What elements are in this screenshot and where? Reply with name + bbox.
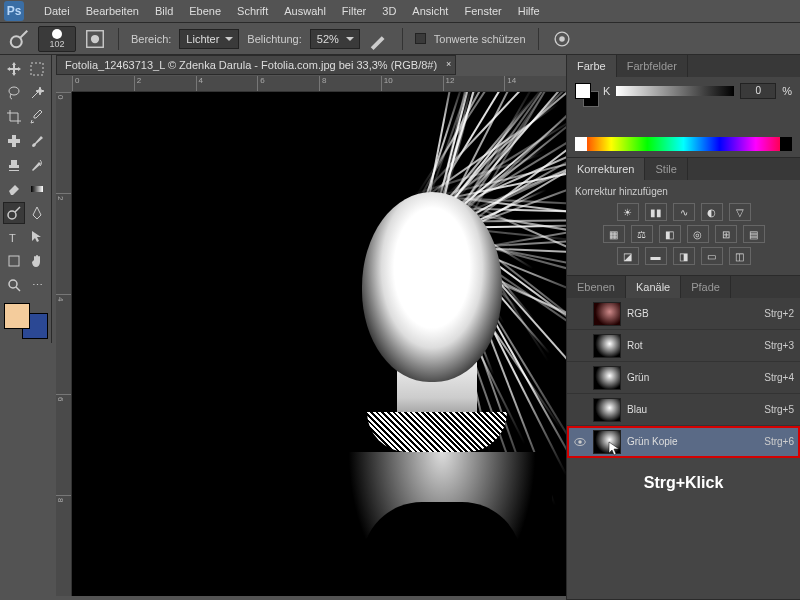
lasso-tool[interactable] [3, 82, 25, 104]
crop-tool[interactable] [3, 106, 25, 128]
brush-preset-picker[interactable]: 102 [38, 26, 76, 52]
marquee-tool[interactable] [27, 58, 49, 80]
range-select[interactable]: Lichter [179, 29, 239, 49]
visibility-icon[interactable] [573, 403, 587, 417]
svg-point-11 [8, 211, 16, 219]
channel-row[interactable]: RGBStrg+2 [567, 298, 800, 330]
channel-name: Grün [627, 372, 758, 383]
zoom-tool[interactable] [3, 274, 25, 296]
move-tool[interactable] [3, 58, 25, 80]
invert-icon[interactable]: ◪ [617, 247, 639, 265]
menu-item[interactable]: Fenster [456, 5, 509, 17]
posterize-icon[interactable]: ▬ [645, 247, 667, 265]
shape-tool[interactable] [3, 250, 25, 272]
channel-row[interactable]: RotStrg+3 [567, 330, 800, 362]
tablet-pressure-icon[interactable] [551, 28, 573, 50]
color-swatches[interactable] [2, 301, 50, 341]
edit-toolbar[interactable]: ⋯ [27, 274, 49, 296]
tab-korrekturen[interactable]: Korrekturen [567, 158, 645, 180]
history-brush-tool[interactable] [27, 154, 49, 176]
range-label: Bereich: [131, 33, 171, 45]
k-label: K [603, 85, 610, 97]
tab-stile[interactable]: Stile [645, 158, 687, 180]
channel-name: Grün Kopie [627, 436, 758, 447]
menu-item[interactable]: Ansicht [404, 5, 456, 17]
hand-tool[interactable] [27, 250, 49, 272]
pen-tool[interactable] [27, 202, 48, 224]
menu-item[interactable]: Auswahl [276, 5, 334, 17]
menu-item[interactable]: Ebene [181, 5, 229, 17]
menu-item[interactable]: Datei [36, 5, 78, 17]
visibility-icon[interactable] [573, 371, 587, 385]
channel-row[interactable]: Grün KopieStrg+6 [567, 426, 800, 458]
adjustments-panel: Korrekturen Stile Korrektur hinzufügen ☀… [567, 158, 800, 276]
k-slider-track[interactable] [616, 86, 734, 96]
tab-pfade[interactable]: Pfade [681, 276, 731, 298]
eyedropper-tool[interactable] [27, 106, 49, 128]
channel-row[interactable]: GrünStrg+4 [567, 362, 800, 394]
curves-icon[interactable]: ∿ [673, 203, 695, 221]
svg-point-7 [9, 87, 19, 95]
dodge-tool[interactable] [3, 202, 25, 224]
ruler-vertical: 02468 [56, 92, 72, 596]
stamp-tool[interactable] [3, 154, 25, 176]
tab-farbfelder[interactable]: Farbfelder [617, 55, 688, 77]
mixer-icon[interactable]: ⊞ [715, 225, 737, 243]
path-select-tool[interactable] [27, 226, 49, 248]
vibrance-icon[interactable]: ▽ [729, 203, 751, 221]
menu-item[interactable]: Bild [147, 5, 181, 17]
channel-thumb [593, 398, 621, 422]
eraser-tool[interactable] [3, 178, 25, 200]
wand-tool[interactable] [27, 82, 49, 104]
app-logo: Ps [4, 1, 24, 21]
heal-tool[interactable] [3, 130, 25, 152]
channel-shortcut: Strg+2 [764, 308, 794, 319]
tab-farbe[interactable]: Farbe [567, 55, 617, 77]
gradient-tool[interactable] [27, 178, 49, 200]
spectrum-bar[interactable] [575, 137, 792, 151]
selective-icon[interactable]: ◫ [729, 247, 751, 265]
protect-tones-checkbox[interactable] [415, 33, 426, 44]
menu-item[interactable]: 3D [374, 5, 404, 17]
menu-item[interactable]: Hilfe [510, 5, 548, 17]
pct-label: % [782, 85, 792, 97]
panels: Farbe Farbfelder K 0 % Korrekturen Stile… [566, 55, 800, 600]
visibility-icon[interactable] [573, 435, 587, 449]
levels-icon[interactable]: ▮▮ [645, 203, 667, 221]
brush-tool[interactable] [27, 130, 49, 152]
airbrush-icon[interactable] [368, 28, 390, 50]
tab-kanaele[interactable]: Kanäle [626, 276, 681, 298]
dodge-tool-icon[interactable] [8, 28, 30, 50]
exposure-select[interactable]: 52% [310, 29, 360, 49]
visibility-icon[interactable] [573, 307, 587, 321]
brush-panel-icon[interactable] [84, 28, 106, 50]
channel-thumb [593, 366, 621, 390]
exposure-label: Belichtung: [247, 33, 301, 45]
hue-icon[interactable]: ▦ [603, 225, 625, 243]
brightness-icon[interactable]: ☀ [617, 203, 639, 221]
exposure-icon[interactable]: ◐ [701, 203, 723, 221]
canvas-image[interactable] [72, 92, 566, 596]
bw-icon[interactable]: ◧ [659, 225, 681, 243]
mini-swatches[interactable] [575, 83, 599, 107]
menu-item[interactable]: Bearbeiten [78, 5, 147, 17]
channel-name: Rot [627, 340, 758, 351]
menu-item[interactable]: Filter [334, 5, 374, 17]
visibility-icon[interactable] [573, 339, 587, 353]
photo-filter-icon[interactable]: ◎ [687, 225, 709, 243]
adjustments-title: Korrektur hinzufügen [575, 186, 792, 197]
channels-panel: Ebenen Kanäle Pfade RGBStrg+2RotStrg+3Gr… [567, 276, 800, 600]
tab-ebenen[interactable]: Ebenen [567, 276, 626, 298]
balance-icon[interactable]: ⚖ [631, 225, 653, 243]
k-value[interactable]: 0 [740, 83, 776, 99]
channel-list: RGBStrg+2RotStrg+3GrünStrg+4BlauStrg+5Gr… [567, 298, 800, 458]
threshold-icon[interactable]: ◨ [673, 247, 695, 265]
menu-item[interactable]: Schrift [229, 5, 276, 17]
document-tab[interactable]: Fotolia_12463713_L © Zdenka Darula - Fot… [56, 55, 456, 75]
lut-icon[interactable]: ▤ [743, 225, 765, 243]
type-tool[interactable]: T [3, 226, 25, 248]
gradient-map-icon[interactable]: ▭ [701, 247, 723, 265]
foreground-swatch[interactable] [4, 303, 30, 329]
channel-row[interactable]: BlauStrg+5 [567, 394, 800, 426]
close-icon[interactable]: × [446, 59, 451, 69]
